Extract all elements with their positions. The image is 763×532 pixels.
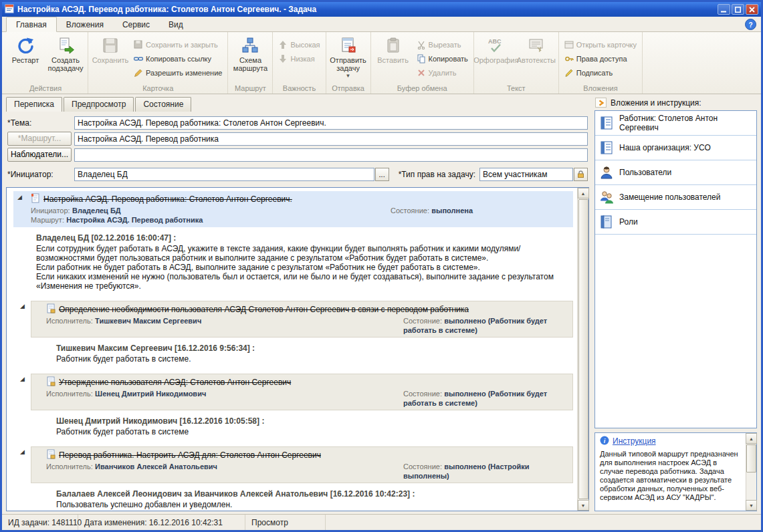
- route-input[interactable]: [74, 132, 588, 146]
- group-label-importance: Важность: [273, 84, 325, 92]
- route-caption: Маршрут:: [31, 216, 64, 224]
- help-icon[interactable]: ?: [745, 19, 756, 30]
- paste-button[interactable]: Вставить: [373, 34, 413, 78]
- pencil-icon: [134, 68, 143, 78]
- save-close-icon: [134, 40, 143, 49]
- importance-low-button[interactable]: Низкая: [275, 52, 323, 65]
- root-state-value: выполнена: [431, 207, 473, 215]
- cut-button[interactable]: Вырезать: [413, 38, 471, 51]
- tab-state[interactable]: Состояние: [135, 97, 191, 112]
- expand-triangle-icon[interactable]: ◢: [20, 449, 25, 455]
- group-label-card: Карточка: [88, 84, 227, 92]
- attachment-item[interactable]: Работник: Столетов Антон Сергеевич: [595, 111, 756, 136]
- create-subtask-button[interactable]: Создать подзадачу: [45, 34, 86, 78]
- route-scheme-label: Схема маршрута: [231, 56, 269, 72]
- thread-root-task[interactable]: ◢ Настройка АСЭД. Перевод работника: Сто…: [13, 191, 573, 227]
- close-button[interactable]: [746, 4, 758, 15]
- scroll-up-icon[interactable]: ▲: [746, 433, 757, 444]
- restart-button[interactable]: Рестарт: [5, 34, 45, 78]
- initiator-input[interactable]: [74, 168, 374, 181]
- copy-link-button[interactable]: Копировать ссылку: [130, 52, 225, 65]
- document-icon: [599, 116, 614, 130]
- autotexts-button[interactable]: Автотексты: [516, 34, 556, 78]
- minimize-button[interactable]: [718, 4, 730, 15]
- importance-high-button[interactable]: Высокая: [275, 38, 323, 51]
- scroll-up-icon[interactable]: ▲: [578, 188, 589, 198]
- expand-triangle-icon[interactable]: ◢: [17, 194, 22, 201]
- copy-link-label: Копировать ссылку: [146, 55, 211, 63]
- tab-preview[interactable]: Предпросмотр: [64, 97, 134, 112]
- scroll-down-icon[interactable]: ▼: [578, 500, 589, 511]
- maximize-button[interactable]: [732, 4, 744, 15]
- sign-button[interactable]: Подписать: [561, 66, 640, 79]
- root-route-value: Настройка АСЭД. Перевод работника: [66, 216, 203, 224]
- expand-triangle-icon[interactable]: ◢: [20, 303, 25, 309]
- allow-edit-label: Разрешить изменение: [146, 69, 222, 77]
- subtask-title: Утверждение пользователя АСЭД: Столетов …: [59, 378, 291, 387]
- access-rights-button[interactable]: Права доступа: [561, 52, 640, 65]
- correspondence-content: ◢ Настройка АСЭД. Перевод работника: Сто…: [7, 188, 577, 511]
- ribbon-tab-home[interactable]: Главная: [6, 17, 57, 32]
- scroll-down-icon[interactable]: ▼: [746, 500, 757, 511]
- spelling-button[interactable]: ABC Орфография: [476, 34, 516, 78]
- chevron-down-icon: ▼: [346, 72, 351, 80]
- thread-subtask[interactable]: ◢ Утверждение пользователя АСЭД: Столето…: [31, 374, 573, 410]
- rights-type-input[interactable]: [479, 168, 573, 181]
- copy-button[interactable]: Копировать: [413, 52, 471, 65]
- correspondence-panel: ◢ Настройка АСЭД. Перевод работника: Сто…: [6, 187, 589, 511]
- task-locked-icon: [46, 449, 56, 461]
- instruction-link[interactable]: Инструкция: [613, 437, 656, 446]
- ribbon-tab-service[interactable]: Сервис: [113, 17, 159, 31]
- state-caption: Состояние:: [403, 317, 442, 325]
- route-scheme-button[interactable]: Схема маршрута: [230, 34, 270, 78]
- allow-edit-button[interactable]: Разрешить изменение: [130, 66, 225, 79]
- scrollbar-thumb[interactable]: [578, 199, 588, 499]
- rights-lock-button[interactable]: [574, 168, 588, 181]
- subject-input[interactable]: [74, 116, 588, 130]
- instruction-scrollbar[interactable]: ▲ ▼: [746, 433, 756, 511]
- ribbon: Рестарт Создать подзадачу Действия Сохра…: [2, 32, 761, 94]
- scrollbar-thumb[interactable]: [746, 444, 756, 473]
- attachment-item[interactable]: Пользователи: [595, 160, 756, 185]
- observers-button[interactable]: Наблюдатели...: [7, 148, 72, 162]
- vertical-scrollbar[interactable]: ▲ ▼: [577, 188, 588, 511]
- access-rights-label: Права доступа: [576, 55, 627, 63]
- attachments-panel: Вложения и инструкция: Работник: Столето…: [592, 94, 761, 514]
- save-icon: [102, 37, 119, 54]
- ribbon-group-actions: Рестарт Создать подзадачу Действия: [3, 32, 88, 94]
- state-caption: Состояние:: [391, 207, 429, 215]
- initiator-picker-button[interactable]: ...: [375, 168, 389, 181]
- ribbon-tab-view[interactable]: Вид: [159, 17, 193, 31]
- state-caption: Состояние:: [403, 462, 442, 471]
- card-icon: [564, 40, 574, 49]
- send-task-button[interactable]: Отправить задачу ▼: [328, 34, 368, 80]
- delete-button[interactable]: Удалить: [413, 66, 471, 79]
- expand-triangle-icon[interactable]: ◢: [20, 376, 25, 382]
- main-area: Переписка Предпросмотр Состояние *Тема: …: [2, 94, 761, 514]
- ribbon-group-send: Отправить задачу ▼ Отправка: [326, 32, 371, 94]
- chevron-right-icon[interactable]: [595, 98, 607, 108]
- message-header: Тишкевич Максим Сергеевич [16.12.2016 9:…: [56, 344, 564, 353]
- observers-input[interactable]: [74, 148, 588, 162]
- view-tab-strip: Переписка Предпросмотр Состояние: [6, 97, 589, 112]
- attachment-item[interactable]: Роли: [595, 210, 756, 235]
- thread-subtask[interactable]: ◢ Определение необходимости пользователя…: [31, 301, 573, 338]
- save-and-close-button[interactable]: Сохранить и закрыть: [130, 38, 225, 51]
- tab-correspondence[interactable]: Переписка: [6, 97, 62, 112]
- performer-caption: Исполнитель:: [46, 317, 93, 325]
- key-icon: [564, 54, 574, 63]
- message-header: Шенец Дмитрий Никодимович [16.12.2016 10…: [56, 416, 564, 426]
- state-caption: Состояние:: [403, 390, 442, 398]
- group-label-attachments: Вложения: [559, 84, 642, 92]
- root-initiator-value: Владелец БД: [72, 207, 121, 215]
- route-button[interactable]: *Маршрут...: [7, 132, 72, 146]
- open-card-button[interactable]: Открыть карточку: [561, 38, 640, 51]
- users-icon: [599, 190, 614, 205]
- attachment-item[interactable]: Замещение пользователей: [595, 185, 756, 210]
- thread-subtask[interactable]: ◢ Перевод работника. Настроить АСЭД для:…: [31, 446, 573, 483]
- ribbon-tab-attachments[interactable]: Вложения: [57, 17, 113, 31]
- save-button[interactable]: Сохранить: [90, 34, 130, 78]
- ribbon-tab-strip: Главная Вложения Сервис Вид ?: [2, 17, 761, 32]
- group-label-send: Отправка: [326, 84, 370, 92]
- attachment-item[interactable]: Наша организация: УСО: [595, 136, 756, 160]
